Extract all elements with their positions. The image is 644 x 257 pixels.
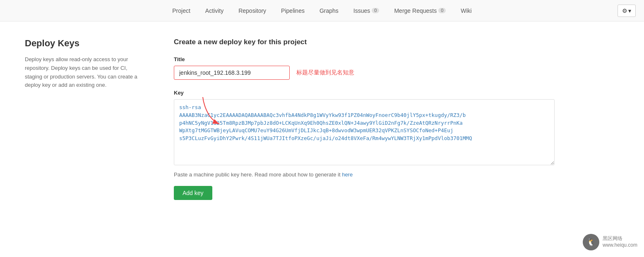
title-input[interactable]	[174, 66, 290, 80]
title-row: 标题尽量做到见名知意	[174, 66, 555, 80]
top-navigation: ProjectActivityRepositoryPipelinesGraphs…	[0, 0, 644, 21]
main-content: Deploy Keys Deploy keys allow read-only …	[0, 21, 579, 217]
title-label: Title	[174, 56, 555, 62]
form-heading: Create a new deploy key for this project	[174, 38, 555, 46]
sidebar: Deploy Keys Deploy keys allow read-only …	[25, 38, 141, 200]
sidebar-title: Deploy Keys	[25, 38, 141, 49]
settings-dropdown-button[interactable]: ⚙ ▾	[618, 5, 636, 17]
add-key-button[interactable]: Add key	[174, 186, 212, 200]
chevron-down-icon: ▾	[628, 7, 631, 14]
paste-hint: Paste a machine public key here. Read mo…	[174, 171, 555, 178]
nav-item-repository[interactable]: Repository	[232, 2, 273, 19]
key-label: Key	[174, 90, 555, 96]
nav-badge: 0	[372, 8, 379, 13]
title-hint: 标题尽量做到见名知意	[296, 69, 354, 76]
form-area: Create a new deploy key for this project…	[174, 38, 555, 200]
nav-item-project[interactable]: Project	[166, 2, 197, 19]
nav-item-issues[interactable]: Issues0	[347, 2, 386, 19]
nav-item-graphs[interactable]: Graphs	[313, 2, 345, 19]
key-textarea[interactable]	[174, 99, 555, 165]
key-annotation-container	[174, 99, 555, 167]
nav-item-activity[interactable]: Activity	[199, 2, 230, 19]
sidebar-description: Deploy keys allow read-only access to yo…	[25, 55, 141, 90]
nav-badge: 0	[438, 8, 446, 13]
nav-item-merge-requests[interactable]: Merge Requests0	[387, 2, 452, 19]
nav-item-wiki[interactable]: Wiki	[454, 2, 478, 19]
nav-item-pipelines[interactable]: Pipelines	[274, 2, 311, 19]
key-textarea-wrapper	[174, 99, 555, 167]
here-link[interactable]: here	[342, 171, 353, 178]
nav-items: ProjectActivityRepositoryPipelinesGraphs…	[166, 2, 478, 19]
gear-icon: ⚙	[622, 7, 627, 14]
